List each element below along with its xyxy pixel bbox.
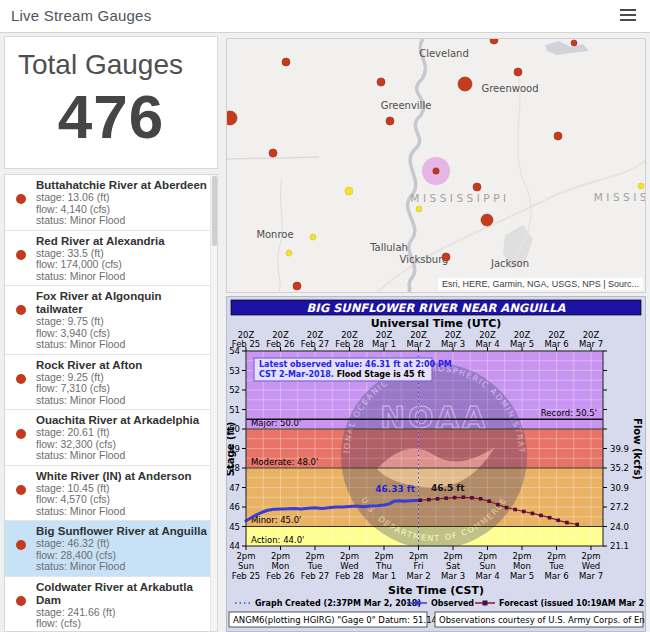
gauge-status: status: Minor Flood bbox=[36, 339, 209, 351]
flow-tick-label: 35.2 bbox=[610, 463, 629, 473]
forecast-point bbox=[427, 498, 431, 502]
gauge-name: Rock River at Afton bbox=[36, 359, 142, 372]
cst-day-tick: Sun bbox=[238, 561, 254, 571]
cst-date-tick: Mar 6 bbox=[544, 571, 568, 581]
gauge-marker-red[interactable] bbox=[554, 132, 562, 140]
cst-day-tick: Mon bbox=[272, 561, 290, 571]
gauge-marker-yellow[interactable] bbox=[310, 234, 316, 240]
forecast-point bbox=[565, 521, 569, 525]
app-header: Live Stream Gauges bbox=[0, 0, 650, 33]
list-item[interactable]: Red River at Alexandria stage: 33.5 (ft)… bbox=[5, 231, 217, 287]
cst-date-tick: Mar 3 bbox=[441, 571, 465, 581]
gauge-marker-red[interactable] bbox=[386, 117, 394, 125]
stage-tick-label: 47 bbox=[229, 483, 240, 493]
forecast-point bbox=[470, 496, 474, 500]
svg-text:Graph Created (2:37PM Mar 2, 2: Graph Created (2:37PM Mar 2, 2018) bbox=[255, 599, 421, 608]
forecast-point bbox=[505, 506, 509, 510]
city-label: Vicksburg bbox=[400, 254, 449, 265]
gauge-status: status: Minor Flood bbox=[36, 561, 207, 573]
cst-day-tick: Wed bbox=[582, 561, 601, 571]
forecast-point bbox=[453, 496, 457, 500]
state-label: MISSISSIPPI bbox=[410, 192, 509, 204]
menu-button[interactable] bbox=[617, 7, 639, 25]
selected-gauge-marker[interactable] bbox=[433, 168, 440, 175]
gauge-status-icon bbox=[16, 305, 26, 315]
cst-day-tick: Tue bbox=[307, 561, 323, 571]
city-label: Cleveland bbox=[419, 48, 469, 59]
forecast-point bbox=[556, 519, 560, 523]
gauge-marker-red[interactable] bbox=[442, 253, 450, 261]
hamburger-icon bbox=[620, 9, 636, 11]
page-title: Live Stream Gauges bbox=[11, 7, 151, 24]
gauge-marker-yellow[interactable] bbox=[416, 206, 422, 212]
stage-axis-title: Stage (ft) bbox=[227, 422, 236, 476]
list-item[interactable]: Coldwater River at Arkabutla Dam stage: … bbox=[5, 577, 217, 632]
gauge-marker-red[interactable] bbox=[269, 149, 277, 157]
scrollbar-thumb[interactable] bbox=[212, 176, 217, 246]
gauge-flow: flow: (cfs) bbox=[36, 618, 209, 630]
cst-date-tick: Mar 4 bbox=[475, 571, 499, 581]
stage-tick-label: 46 bbox=[229, 502, 240, 512]
flow-tick-label: 21.1 bbox=[610, 541, 629, 551]
gauge-status: status: Minor Flood bbox=[36, 450, 199, 462]
gauge-marker-red[interactable] bbox=[473, 183, 481, 191]
list-item[interactable]: White River (IN) at Anderson stage: 10.4… bbox=[5, 466, 217, 522]
list-item[interactable]: Rock River at Afton stage: 9.25 (ft) flo… bbox=[5, 355, 217, 411]
total-gauges-card: Total Gauges 476 bbox=[4, 36, 218, 169]
cst-time-tick: 2pm bbox=[409, 551, 428, 561]
gauge-flow: flow: 4,570 (cfs) bbox=[36, 494, 191, 506]
list-scrollbar[interactable] bbox=[210, 175, 217, 631]
cst-date-tick: Mar 7 bbox=[579, 571, 603, 581]
gauge-flow: flow: 174,000 (cfs) bbox=[36, 259, 165, 271]
gauge-name: Red River at Alexandria bbox=[36, 235, 165, 248]
cst-day-tick: Sat bbox=[446, 561, 461, 571]
cst-time-tick: 2pm bbox=[305, 551, 324, 561]
chart-legend: Graph Created (2:37PM Mar 2, 2018)Observ… bbox=[235, 599, 645, 608]
observed-peak-label: 46.33 ft bbox=[375, 484, 416, 494]
flow-tick-label: 39.9 bbox=[610, 444, 629, 454]
gauge-marker-yellow[interactable] bbox=[345, 187, 353, 195]
gauge-marker-red[interactable] bbox=[377, 78, 385, 86]
gauge-marker-red[interactable] bbox=[282, 58, 290, 66]
map-panel[interactable]: MISSISSIPPIMISSISSClevelandGreenvilleGre… bbox=[226, 38, 646, 293]
cst-date-tick: Feb 27 bbox=[301, 571, 330, 581]
state-label: MISSISS bbox=[594, 191, 645, 203]
svg-text:Observed: Observed bbox=[431, 599, 474, 608]
map-attribution: Esri, HERE, Garmin, NGA, USGS, NPS | Sou… bbox=[438, 278, 643, 290]
gauge-marker-red[interactable] bbox=[490, 39, 498, 44]
forecast-point bbox=[444, 496, 448, 500]
total-gauges-value: 476 bbox=[5, 81, 217, 152]
list-item[interactable]: Ouachita River at Arkadelphia stage: 20.… bbox=[5, 410, 217, 466]
gauge-marker-red[interactable] bbox=[481, 214, 493, 226]
gauge-marker-red[interactable] bbox=[293, 282, 301, 290]
gauge-status-icon bbox=[16, 540, 26, 550]
cst-date-tick: Feb 26 bbox=[266, 571, 295, 581]
city-label: Monroe bbox=[256, 229, 293, 240]
forecast-point bbox=[522, 510, 526, 514]
cst-date-tick: Mar 2 bbox=[406, 571, 430, 581]
zone-label: Action: 44.0' bbox=[251, 535, 304, 545]
gauge-marker-yellow[interactable] bbox=[286, 250, 292, 256]
cst-day-tick: Fri bbox=[413, 561, 423, 571]
gauge-marker-red[interactable] bbox=[458, 77, 472, 91]
gauge-list: Buttahatchie River at Aberdeen stage: 13… bbox=[4, 174, 218, 632]
gauge-name: Coldwater River at Arkabutla Dam bbox=[36, 581, 209, 607]
list-item[interactable]: Buttahatchie River at Aberdeen stage: 13… bbox=[5, 175, 217, 231]
zone-label: Major: 50.0' bbox=[251, 418, 301, 428]
gauge-marker-yellow[interactable] bbox=[638, 183, 644, 189]
utc-axis-label: Universal Time (UTC) bbox=[371, 317, 502, 330]
map-canvas[interactable]: MISSISSIPPIMISSISSClevelandGreenvilleGre… bbox=[227, 39, 645, 293]
gauge-marker-red[interactable] bbox=[571, 40, 577, 46]
gauge-status-icon bbox=[16, 250, 26, 260]
gauge-marker-red[interactable] bbox=[514, 68, 522, 76]
svg-text:Forecast (issued 10:19AM Mar 2: Forecast (issued 10:19AM Mar 2) bbox=[499, 599, 645, 608]
list-item[interactable]: Big Sunflower River at Anguilla stage: 4… bbox=[5, 521, 217, 577]
forecast-peak-label: 46.5 ft bbox=[431, 483, 465, 493]
gauge-status: status: Minor Flood bbox=[36, 506, 191, 518]
forecast-point bbox=[496, 503, 500, 507]
list-item[interactable]: Fox River at Algonquin tailwater stage: … bbox=[5, 286, 217, 355]
flow-axis-title: Flow (kcfs) bbox=[632, 418, 643, 480]
gauge-stage: stage: 46.32 (ft) bbox=[36, 538, 207, 550]
city-label: Jackson bbox=[490, 258, 529, 269]
gauge-stage: stage: 9.75 (ft) bbox=[36, 316, 209, 328]
